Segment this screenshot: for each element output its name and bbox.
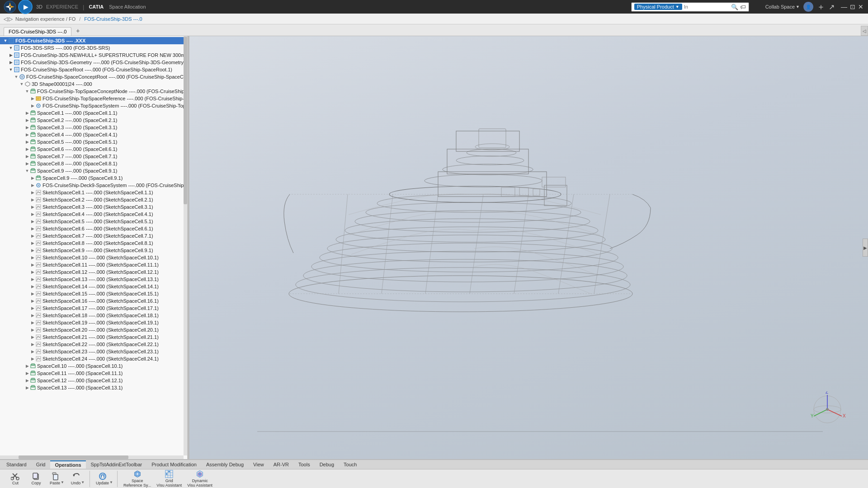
tree-item-cell11[interactable]: ▶ SpaceCell.11 ----.000 (SpaceCell.11.1) bbox=[0, 370, 187, 377]
paste-button[interactable]: Paste ▼ bbox=[47, 471, 67, 487]
tree-item-sketch8[interactable]: ▶ SketchSpaceCell.8 ----.000 (SketchSpac… bbox=[0, 239, 187, 247]
svg-line-101 bbox=[425, 194, 438, 294]
tree-item-cell6[interactable]: ▶ SpaceCell.6 ----.000 (SpaceCell.6.1) bbox=[0, 145, 187, 153]
tree-item-sketch20[interactable]: ▶ SketchSpaceCell.20 ----.000 (SketchSpa… bbox=[0, 326, 187, 333]
viewport-collapse-right[interactable]: ▶ bbox=[863, 239, 868, 257]
tree-item-cell13[interactable]: ▶ SpaceCell.13 ----.000 (SpaceCell.13.1) bbox=[0, 384, 187, 391]
tree-item-cell8[interactable]: ▶ SpaceCell.8 ----.000 (SpaceCell.8.1) bbox=[0, 160, 187, 167]
tree-horizontal-scrollbar[interactable] bbox=[0, 455, 184, 459]
tree-item-sketch16[interactable]: ▶ SketchSpaceCell.16 ----.000 (SketchSpa… bbox=[0, 297, 187, 305]
cut-button[interactable]: Cut bbox=[5, 471, 25, 487]
tree-item-sketch15[interactable]: ▶ SketchSpaceCell.15 ----.000 (SketchSpa… bbox=[0, 290, 187, 297]
tree-item-sketch18[interactable]: ▶ SketchSpaceCell.18 ----.000 (SketchSpa… bbox=[0, 312, 187, 319]
tree-item-topspaceref[interactable]: ▶ FOS-CruiseShip-TopSpaceReference ----.… bbox=[0, 95, 187, 102]
product-mode-select[interactable]: Physical Product ▼ bbox=[634, 4, 682, 10]
space-reference-button[interactable]: SpaceReference Sy... bbox=[121, 471, 153, 487]
tree-item-sketch12[interactable]: ▶ SketchSpaceCell.12 ----.000 (SketchSpa… bbox=[0, 268, 187, 276]
tree-item-srs[interactable]: ▼ FOS-3DS-SRS ----.000 (FOS-3DS-SRS) bbox=[0, 44, 187, 52]
svg-rect-129 bbox=[53, 474, 58, 480]
tree-item-cell5[interactable]: ▶ SpaceCell.5 ----.000 (SpaceCell.5.1) bbox=[0, 138, 187, 145]
nav-back-icon[interactable]: ◁ bbox=[4, 16, 8, 22]
tab-grid[interactable]: Grid bbox=[32, 461, 50, 468]
tab-operations[interactable]: Operations bbox=[50, 460, 85, 469]
tree-vertical-scrollbar[interactable] bbox=[184, 36, 187, 455]
search-icon[interactable]: 🔍 bbox=[731, 4, 738, 10]
tree-item-sketch24[interactable]: ▶ SketchSpaceCell.24 ----.000 (SketchSpa… bbox=[0, 355, 187, 362]
tree-item-sketch3[interactable]: ▶ SketchSpaceCell.3 ----.000 (SketchSpac… bbox=[0, 203, 187, 211]
tab-debug[interactable]: Debug bbox=[315, 461, 339, 468]
tab-assembly-debug[interactable]: Assembly Debug bbox=[202, 461, 248, 468]
tree-item-cell9[interactable]: ▼ SpaceCell.9 ----.000 (SpaceCell.9.1) bbox=[0, 167, 187, 174]
tree-item-sketch6[interactable]: ▶ SketchSpaceCell.6 ----.000 (SketchSpac… bbox=[0, 225, 187, 232]
tree-item-topspacesys[interactable]: ▶ FOS-CruiseShip-TopSpaceSystem ----.000… bbox=[0, 102, 187, 109]
nav-forward-icon[interactable]: ▷ bbox=[9, 16, 13, 22]
undo-icon bbox=[71, 472, 80, 481]
tab-ar-vr[interactable]: AR-VR bbox=[269, 461, 293, 468]
tree-item-3dshape[interactable]: ▼ 3D Shape00001|24 ----.000 bbox=[0, 80, 187, 88]
tree-item-cell3[interactable]: ▶ SpaceCell.3 ----.000 (SpaceCell.3.1) bbox=[0, 124, 187, 131]
close-button[interactable]: ✕ bbox=[857, 2, 864, 11]
tree-item-conceptnode[interactable]: ▼ FOS-CruiseShip-TopSpaceConceptNode ---… bbox=[0, 88, 187, 95]
user-avatar[interactable]: 👤 bbox=[803, 2, 813, 12]
tree-item-cell1[interactable]: ▶ SpaceCell.1 ----.000 (SpaceCell.1.1) bbox=[0, 109, 187, 117]
tree-item-sketch19[interactable]: ▶ SketchSpaceCell.19 ----.000 (SketchSpa… bbox=[0, 319, 187, 326]
share-button[interactable]: ↗ bbox=[829, 3, 835, 11]
tab-standard[interactable]: Standard bbox=[2, 461, 31, 468]
tree-item-sketch7[interactable]: ▶ SketchSpaceCell.7 ----.000 (SketchSpac… bbox=[0, 232, 187, 239]
tree-item-root[interactable]: ▼ FOS-CruiseShip-3DS ---- .XXX bbox=[0, 37, 187, 44]
tree-item-geometry[interactable]: ▶ FOS-CruiseShip-3DS-Geometry ----.000 (… bbox=[0, 59, 187, 66]
tree-item-sketch4[interactable]: ▶ SketchSpaceCell.4 ----.000 (SketchSpac… bbox=[0, 211, 187, 218]
tree-item-sketch17[interactable]: ▶ SketchSpaceCell.17 ----.000 (SketchSpa… bbox=[0, 305, 187, 312]
tree-item-sketch10[interactable]: ▶ SketchSpaceCell.10 ----.000 (SketchSpa… bbox=[0, 254, 187, 261]
tab-spp[interactable]: SppTstAddinExtToolbar bbox=[86, 461, 147, 468]
tab-view[interactable]: View bbox=[249, 461, 269, 468]
tree-item-sketch5[interactable]: ▶ SketchSpaceCell.5 ----.000 (SketchSpac… bbox=[0, 218, 187, 225]
maximize-button[interactable]: ⊡ bbox=[849, 2, 856, 11]
tree-item-newhull[interactable]: ▶ FOS-CruiseShip-3DS-NEWHULL+ SUPERSTRUC… bbox=[0, 52, 187, 59]
tree-item-cell9-1[interactable]: ▶ SpaceCell.9 ----.000 (SpaceCell.9.1) bbox=[0, 174, 187, 182]
copy-button[interactable]: Copy bbox=[26, 471, 46, 487]
search-input[interactable] bbox=[684, 4, 729, 9]
tree-item-sketch2[interactable]: ▶ SketchSpaceCell.2 ----.000 (SketchSpac… bbox=[0, 196, 187, 203]
tab-add[interactable]: + bbox=[72, 26, 83, 36]
tab-product-mod[interactable]: Product Modification bbox=[147, 461, 201, 468]
3d-viewport[interactable]: X Y Z ▶ bbox=[189, 36, 868, 459]
tag-icon[interactable]: 🏷 bbox=[740, 4, 746, 10]
tree-item-sketch21[interactable]: ▶ SketchSpaceCell.21 ----.000 (SketchSpa… bbox=[0, 333, 187, 341]
tree-item-cell10[interactable]: ▶ SpaceCell.10 ----.000 (SpaceCell.10.1) bbox=[0, 362, 187, 370]
tree-item-sketch1[interactable]: ▶ SketchSpaceCell.1 ----.000 (SketchSpac… bbox=[0, 189, 187, 196]
add-button[interactable]: ＋ bbox=[817, 1, 825, 12]
tree-item-conceptroot[interactable]: ▼ FOS-CruiseShip-SpaceConceptRoot ----.0… bbox=[0, 73, 187, 80]
svg-line-100 bbox=[382, 194, 393, 294]
tree-item-sketch11[interactable]: ▶ SketchSpaceCell.11 ----.000 (SketchSpa… bbox=[0, 261, 187, 268]
tree-item-cell7[interactable]: ▶ SpaceCell.7 ----.000 (SpaceCell.7.1) bbox=[0, 153, 187, 160]
grid-visu-label: GridVisu Assistant bbox=[156, 479, 182, 488]
tree-item-spaceroot[interactable]: ▼ FOS-CruiseShip-SpaceRoot ----.000 (FOS… bbox=[0, 66, 187, 73]
minimize-button[interactable]: — bbox=[840, 2, 848, 11]
tree-item-sketch23[interactable]: ▶ SketchSpaceCell.23 ----.000 (SketchSpa… bbox=[0, 348, 187, 355]
tab-cruiseship[interactable]: FOS-CruiseShip-3DS ---.0 bbox=[4, 27, 71, 36]
tree-item-sketch22[interactable]: ▶ SketchSpaceCell.22 ----.000 (SketchSpa… bbox=[0, 341, 187, 348]
tree-item-cell4[interactable]: ▶ SpaceCell.4 ----.000 (SpaceCell.4.1) bbox=[0, 131, 187, 138]
undo-dropdown-icon[interactable]: ▼ bbox=[81, 480, 85, 484]
undo-button[interactable]: Undo ▼ bbox=[68, 471, 88, 487]
collapse-panel-btn[interactable]: ◁ bbox=[861, 26, 868, 36]
app-logo[interactable]: ▶ bbox=[4, 0, 33, 14]
compass-icon[interactable] bbox=[4, 0, 16, 13]
tree-item-deck9sys[interactable]: ▶ FOS-CruiseShip-Deck9-SpaceSystem ----.… bbox=[0, 182, 187, 189]
tab-tools[interactable]: Tools bbox=[294, 461, 315, 468]
update-dropdown-icon[interactable]: ▼ bbox=[109, 480, 113, 484]
tree-item-sketch14[interactable]: ▶ SketchSpaceCell.14 ----.000 (SketchSpa… bbox=[0, 283, 187, 290]
tree-item-sketch9[interactable]: ▶ SketchSpaceCell.9 ----.000 (SketchSpac… bbox=[0, 247, 187, 254]
tab-touch[interactable]: Touch bbox=[339, 461, 361, 468]
play-button[interactable]: ▶ bbox=[18, 0, 33, 14]
dynamic-visu-button[interactable]: DynamicVisu Assistant bbox=[185, 471, 215, 487]
svg-rect-108 bbox=[456, 131, 519, 151]
tree-item-cell2[interactable]: ▶ SpaceCell.2 ----.000 (SpaceCell.2.1) bbox=[0, 117, 187, 124]
update-button[interactable]: Update ▼ bbox=[94, 471, 115, 487]
tree-item-sketch13[interactable]: ▶ SketchSpaceCell.13 ----.000 (SketchSpa… bbox=[0, 276, 187, 283]
paste-dropdown-icon[interactable]: ▼ bbox=[61, 480, 64, 484]
grid-visu-button[interactable]: GridVisu Assistant bbox=[154, 471, 184, 487]
tree-item-cell12[interactable]: ▶ SpaceCell.12 ----.000 (SpaceCell.12.1) bbox=[0, 377, 187, 384]
collab-space-button[interactable]: Collab Space ▼ bbox=[765, 4, 800, 9]
